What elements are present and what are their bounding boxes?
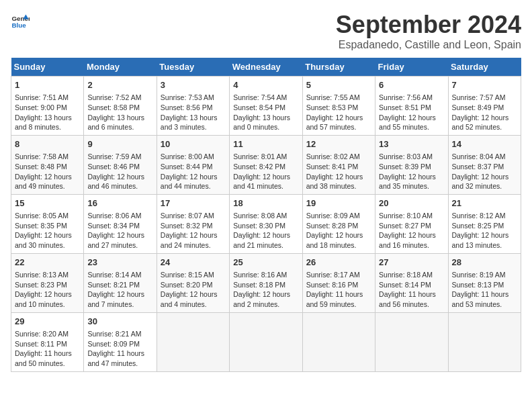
sunrise-text: Sunrise: 7:54 AM — [233, 93, 287, 101]
day-number: 18 — [233, 197, 298, 210]
daylight-text: Daylight: 13 hours and 8 minutes. — [15, 113, 72, 132]
sunset-text: Sunset: 8:27 PM — [379, 222, 431, 230]
page-header: General Blue September 2024 Espadanedo, … — [11, 11, 521, 51]
daylight-text: Daylight: 13 hours and 6 minutes. — [87, 113, 144, 132]
day-number: 29 — [15, 316, 80, 328]
sunrise-text: Sunrise: 8:08 AM — [233, 212, 287, 220]
daylight-text: Daylight: 12 hours and 24 minutes. — [161, 231, 218, 249]
sunset-text: Sunset: 8:34 PM — [87, 222, 140, 230]
day-number: 12 — [306, 138, 371, 150]
calendar-day-9: 9Sunrise: 7:59 AMSunset: 8:46 PMDaylight… — [84, 135, 157, 194]
sunrise-text: Sunrise: 8:18 AM — [379, 271, 433, 279]
sunset-text: Sunset: 8:54 PM — [233, 103, 285, 111]
day-number: 15 — [15, 197, 80, 210]
col-thursday: Thursday — [302, 58, 375, 77]
daylight-text: Daylight: 13 hours and 0 minutes. — [233, 113, 290, 132]
daylight-text: Daylight: 12 hours and 57 minutes. — [306, 113, 363, 132]
daylight-text: Daylight: 11 hours and 53 minutes. — [452, 290, 509, 308]
calendar-day-16: 16Sunrise: 8:06 AMSunset: 8:34 PMDayligh… — [84, 194, 157, 253]
calendar-day-20: 20Sunrise: 8:10 AMSunset: 8:27 PMDayligh… — [375, 194, 448, 253]
sunrise-text: Sunrise: 8:06 AM — [87, 212, 141, 220]
sunrise-text: Sunrise: 7:53 AM — [161, 93, 214, 101]
sunset-text: Sunset: 9:00 PM — [15, 103, 67, 111]
calendar-day-17: 17Sunrise: 8:07 AMSunset: 8:32 PMDayligh… — [157, 194, 229, 253]
daylight-text: Daylight: 12 hours and 55 minutes. — [379, 113, 436, 132]
daylight-text: Daylight: 12 hours and 30 minutes. — [15, 231, 72, 249]
daylight-text: Daylight: 12 hours and 44 minutes. — [161, 173, 218, 191]
sunset-text: Sunset: 8:23 PM — [15, 281, 67, 289]
day-number: 8 — [15, 138, 80, 150]
day-number: 4 — [233, 79, 298, 91]
sunset-text: Sunset: 8:46 PM — [87, 163, 140, 171]
calendar-empty — [302, 312, 375, 371]
day-number: 16 — [87, 197, 152, 210]
sunset-text: Sunset: 8:28 PM — [306, 222, 359, 230]
day-number: 10 — [161, 138, 226, 150]
day-number: 13 — [379, 138, 444, 150]
sunset-text: Sunset: 8:35 PM — [15, 222, 67, 230]
daylight-text: Daylight: 11 hours and 50 minutes. — [15, 349, 72, 367]
sunrise-text: Sunrise: 8:05 AM — [15, 212, 69, 220]
sunrise-text: Sunrise: 8:19 AM — [452, 271, 506, 279]
calendar-day-3: 3Sunrise: 7:53 AMSunset: 8:56 PMDaylight… — [157, 77, 229, 136]
daylight-text: Daylight: 12 hours and 2 minutes. — [233, 290, 290, 308]
sunset-text: Sunset: 8:48 PM — [15, 163, 67, 171]
calendar-week-1: 1Sunrise: 7:51 AMSunset: 9:00 PMDaylight… — [11, 77, 521, 136]
calendar-week-5: 29Sunrise: 8:20 AMSunset: 8:11 PMDayligh… — [11, 312, 521, 371]
sunset-text: Sunset: 8:18 PM — [233, 281, 285, 289]
col-wednesday: Wednesday — [230, 58, 302, 77]
daylight-text: Daylight: 12 hours and 41 minutes. — [233, 173, 290, 191]
calendar-day-22: 22Sunrise: 8:13 AMSunset: 8:23 PMDayligh… — [11, 253, 84, 312]
sunrise-text: Sunrise: 8:10 AM — [379, 212, 433, 220]
day-number: 26 — [306, 257, 371, 269]
daylight-text: Daylight: 12 hours and 27 minutes. — [87, 231, 144, 249]
sunrise-text: Sunrise: 7:58 AM — [15, 152, 69, 161]
sunrise-text: Sunrise: 8:16 AM — [233, 271, 287, 279]
calendar-day-26: 26Sunrise: 8:17 AMSunset: 8:16 PMDayligh… — [302, 253, 375, 312]
calendar-week-4: 22Sunrise: 8:13 AMSunset: 8:23 PMDayligh… — [11, 253, 521, 312]
calendar-day-21: 21Sunrise: 8:12 AMSunset: 8:25 PMDayligh… — [448, 194, 521, 253]
calendar-day-14: 14Sunrise: 8:04 AMSunset: 8:37 PMDayligh… — [448, 135, 521, 194]
sunrise-text: Sunrise: 8:00 AM — [161, 152, 214, 161]
sunrise-text: Sunrise: 8:20 AM — [15, 330, 69, 338]
sunrise-text: Sunrise: 7:57 AM — [452, 93, 506, 101]
day-number: 2 — [87, 79, 152, 91]
sunset-text: Sunset: 8:11 PM — [15, 340, 67, 348]
calendar-day-15: 15Sunrise: 8:05 AMSunset: 8:35 PMDayligh… — [11, 194, 84, 253]
sunset-text: Sunset: 8:58 PM — [87, 103, 140, 111]
sunrise-text: Sunrise: 7:51 AM — [15, 93, 69, 101]
sunrise-text: Sunrise: 8:13 AM — [15, 271, 69, 279]
day-number: 28 — [452, 257, 517, 269]
calendar-empty — [157, 312, 229, 371]
sunrise-text: Sunrise: 8:01 AM — [233, 152, 287, 161]
calendar-day-1: 1Sunrise: 7:51 AMSunset: 9:00 PMDaylight… — [11, 77, 84, 136]
calendar-day-10: 10Sunrise: 8:00 AMSunset: 8:44 PMDayligh… — [157, 135, 229, 194]
daylight-text: Daylight: 12 hours and 52 minutes. — [452, 113, 509, 132]
calendar-day-6: 6Sunrise: 7:56 AMSunset: 8:51 PMDaylight… — [375, 77, 448, 136]
col-sunday: Sunday — [11, 58, 84, 77]
calendar-day-12: 12Sunrise: 8:02 AMSunset: 8:41 PMDayligh… — [302, 135, 375, 194]
daylight-text: Daylight: 12 hours and 16 minutes. — [379, 231, 436, 249]
sunrise-text: Sunrise: 8:17 AM — [306, 271, 360, 279]
sunset-text: Sunset: 8:16 PM — [306, 281, 359, 289]
sunrise-text: Sunrise: 8:12 AM — [452, 212, 506, 220]
day-number: 17 — [161, 197, 226, 210]
day-number: 21 — [452, 197, 517, 210]
sunset-text: Sunset: 8:25 PM — [452, 222, 504, 230]
svg-text:Blue: Blue — [11, 21, 26, 29]
calendar-day-2: 2Sunrise: 7:52 AMSunset: 8:58 PMDaylight… — [84, 77, 157, 136]
daylight-text: Daylight: 12 hours and 4 minutes. — [161, 290, 218, 308]
sunrise-text: Sunrise: 8:02 AM — [306, 152, 360, 161]
calendar-day-13: 13Sunrise: 8:03 AMSunset: 8:39 PMDayligh… — [375, 135, 448, 194]
location-title: Espadanedo, Castille and Leon, Spain — [336, 39, 521, 51]
sunset-text: Sunset: 8:30 PM — [233, 222, 285, 230]
sunset-text: Sunset: 8:09 PM — [87, 340, 140, 348]
sunrise-text: Sunrise: 8:04 AM — [452, 152, 506, 161]
sunset-text: Sunset: 8:51 PM — [379, 103, 431, 111]
sunrise-text: Sunrise: 8:03 AM — [379, 152, 433, 161]
sunset-text: Sunset: 8:13 PM — [452, 281, 504, 289]
sunset-text: Sunset: 8:14 PM — [379, 281, 431, 289]
calendar-week-3: 15Sunrise: 8:05 AMSunset: 8:35 PMDayligh… — [11, 194, 521, 253]
daylight-text: Daylight: 12 hours and 46 minutes. — [87, 173, 144, 191]
calendar-day-8: 8Sunrise: 7:58 AMSunset: 8:48 PMDaylight… — [11, 135, 84, 194]
